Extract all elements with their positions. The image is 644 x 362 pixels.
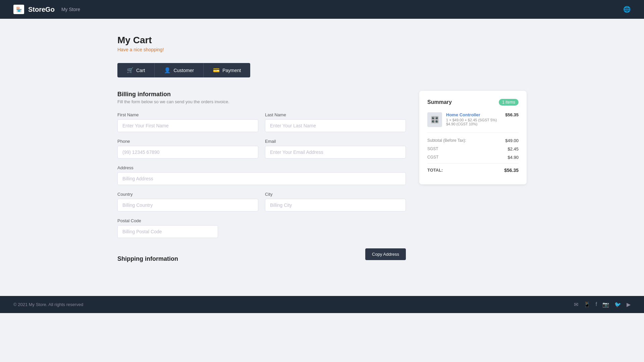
billing-section-subtitle: Fill the form below so we can send you t…: [117, 99, 406, 104]
first-name-label: First Name: [117, 112, 258, 117]
page-title: My Cart: [117, 35, 527, 46]
phone-group: Phone: [117, 139, 258, 159]
cgst-value: $4.90: [507, 155, 519, 160]
customer-icon: 👤: [164, 67, 171, 73]
sgst-label: SGST: [427, 146, 438, 152]
phone-email-row: Phone Email: [117, 139, 406, 159]
item-name: Home Controller: [446, 112, 501, 117]
youtube-icon[interactable]: ▶: [627, 301, 631, 308]
country-label: Country: [117, 192, 258, 197]
billing-section-title: Billing information: [117, 91, 406, 98]
main-content: My Cart Have a nice shopping! 🛒 Cart 👤 C…: [104, 19, 540, 280]
subtotal-row: Subtotal (Before Tax): $49.00: [427, 138, 519, 143]
sgst-value: $2.45: [507, 146, 519, 152]
whatsapp-icon[interactable]: 📱: [584, 301, 590, 308]
summary-section: Summary 1 items 🎛️ Home Controller 1 × $…: [419, 91, 527, 184]
logo-icon: 🏪: [13, 5, 24, 14]
total-value: $56.35: [504, 168, 519, 173]
tab-cart-label: Cart: [136, 68, 145, 73]
total-label: TOTAL:: [427, 168, 443, 173]
tab-payment[interactable]: 💳 Payment: [204, 63, 250, 77]
first-name-group: First Name: [117, 112, 258, 132]
country-group: Country: [117, 192, 258, 212]
city-input[interactable]: [265, 199, 406, 212]
logo-text: StoreGo: [28, 6, 55, 13]
cart-item: 🎛️ Home Controller 1 × $49.00 + $2.45 (S…: [427, 112, 519, 133]
item-desc-line1: 1 × $49.00 + $2.45 (SGST 5%): [446, 118, 501, 122]
phone-label: Phone: [117, 139, 258, 144]
last-name-group: Last Name: [265, 112, 406, 132]
facebook-icon[interactable]: f: [596, 301, 597, 308]
footer-copyright: © 2021 My Store. All rights reserved: [13, 302, 83, 307]
tab-customer[interactable]: 👤 Customer: [155, 63, 204, 77]
tab-bar: 🛒 Cart 👤 Customer 💳 Payment: [117, 63, 527, 77]
item-desc-line2: $4.90 (CGST 10%): [446, 122, 501, 126]
first-name-input[interactable]: [117, 119, 258, 132]
last-name-label: Last Name: [265, 112, 406, 117]
header-left: 🏪 StoreGo My Store: [13, 5, 80, 14]
item-price: $56.35: [505, 112, 519, 127]
last-name-input[interactable]: [265, 119, 406, 132]
payment-icon: 💳: [213, 67, 220, 73]
email-group: Email: [265, 139, 406, 159]
name-row: First Name Last Name: [117, 112, 406, 132]
address-input[interactable]: [117, 172, 406, 185]
subtotal-label: Subtotal (Before Tax):: [427, 138, 466, 143]
copy-address-button[interactable]: Copy Address: [365, 248, 406, 260]
phone-input[interactable]: [117, 146, 258, 159]
city-group: City: [265, 192, 406, 212]
store-name: My Store: [61, 7, 80, 12]
cgst-row: CGST $4.90: [427, 155, 519, 160]
item-details: Home Controller 1 × $49.00 + $2.45 (SGST…: [446, 112, 501, 127]
cart-icon: 🛒: [127, 67, 133, 73]
summary-header: Summary 1 items: [427, 99, 519, 106]
twitter-icon[interactable]: 🐦: [614, 301, 621, 308]
shipping-section-title: Shipping information: [117, 255, 178, 262]
page-subtitle: Have a nice shopping!: [117, 47, 527, 52]
header-globe-icon[interactable]: 🌐: [623, 6, 631, 13]
footer-social-icons: ✉ 📱 f 📷 🐦 ▶: [574, 301, 631, 308]
item-image: 🎛️: [427, 112, 442, 127]
country-city-row: Country City: [117, 192, 406, 212]
instagram-icon[interactable]: 📷: [602, 301, 609, 308]
tab-customer-label: Customer: [173, 68, 194, 73]
items-badge: 1 items: [499, 99, 519, 106]
footer: © 2021 My Store. All rights reserved ✉ 📱…: [0, 296, 644, 313]
summary-title: Summary: [427, 99, 452, 105]
cgst-label: CGST: [427, 155, 438, 160]
summary-card: Summary 1 items 🎛️ Home Controller 1 × $…: [419, 91, 527, 184]
postal-input[interactable]: [117, 225, 218, 238]
postal-label: Postal Code: [117, 218, 406, 223]
tab-payment-label: Payment: [222, 68, 241, 73]
email-input[interactable]: [265, 146, 406, 159]
city-label: City: [265, 192, 406, 197]
country-input[interactable]: [117, 199, 258, 212]
email-icon[interactable]: ✉: [574, 301, 578, 308]
form-section: Billing information Fill the form below …: [117, 91, 406, 264]
subtotal-value: $49.00: [505, 138, 519, 143]
tab-cart[interactable]: 🛒 Cart: [117, 63, 155, 77]
address-label: Address: [117, 165, 406, 170]
postal-group: Postal Code: [117, 218, 406, 238]
header: 🏪 StoreGo My Store 🌐: [0, 0, 644, 19]
total-row: TOTAL: $56.35: [427, 163, 519, 173]
sgst-row: SGST $2.45: [427, 146, 519, 152]
content-layout: Billing information Fill the form below …: [117, 91, 527, 264]
address-group: Address: [117, 165, 406, 185]
email-label: Email: [265, 139, 406, 144]
